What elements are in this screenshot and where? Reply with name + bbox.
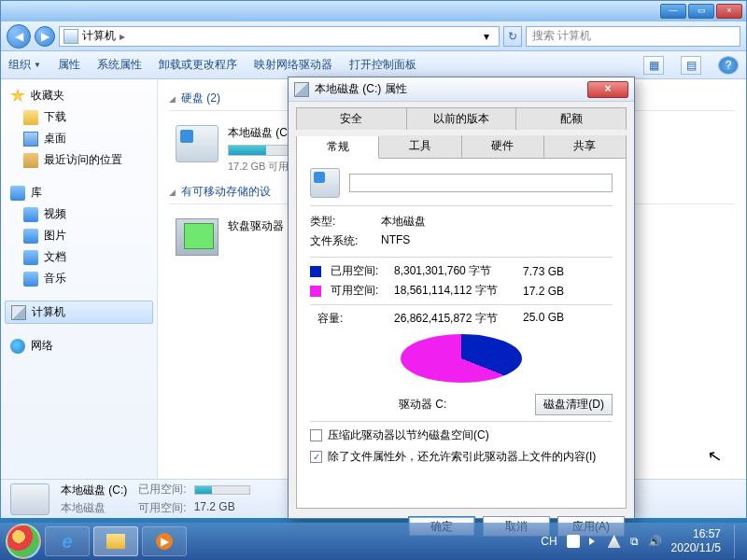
fs-label: 文件系统: — [310, 233, 374, 249]
used-gb: 7.73 GB — [523, 265, 583, 278]
tab-row-bottom: 常规 工具 硬件 共享 — [289, 130, 634, 158]
used-bytes: 8,301,301,760 字节 — [394, 263, 515, 279]
dialog-titlebar[interactable]: 本地磁盘 (C:) 属性 × — [289, 77, 634, 102]
disk-cleanup-button[interactable]: 磁盘清理(D) — [535, 394, 613, 415]
back-button[interactable]: ◀ — [7, 24, 31, 49]
address-segment[interactable]: 计算机 — [82, 28, 116, 44]
tab-previous-versions[interactable]: 以前的版本 — [407, 107, 517, 130]
tab-general[interactable]: 常规 — [296, 136, 379, 159]
hdd-icon — [176, 125, 218, 162]
library-icon — [10, 186, 25, 201]
sidebar-downloads[interactable]: 下载 — [1, 106, 157, 128]
sidebar-pictures[interactable]: 图片 — [1, 225, 157, 246]
tab-hardware[interactable]: 硬件 — [462, 135, 544, 158]
computer-icon — [63, 29, 78, 44]
floppy-icon — [176, 218, 218, 256]
drive-icon — [294, 82, 309, 97]
window-titlebar: — ▭ × — [1, 1, 746, 21]
expand-icon: ◢ — [169, 94, 176, 104]
status-title: 本地磁盘 (C:) — [61, 483, 127, 498]
taskbar-media-player[interactable]: ▶ — [142, 526, 187, 556]
address-dropdown-icon[interactable]: ▾ — [478, 30, 495, 43]
folder-icon — [106, 534, 125, 549]
capacity-gb: 25.0 GB — [523, 311, 583, 327]
system-tray: CH ⧉ 🔊 16:57 2020/11/5 — [541, 525, 741, 558]
free-gb: 17.2 GB — [523, 285, 583, 298]
tray-volume-icon[interactable]: 🔊 — [648, 535, 662, 548]
fs-value: NTFS — [381, 233, 613, 249]
maximize-button[interactable]: ▭ — [688, 4, 714, 19]
status-drive-icon — [10, 483, 49, 515]
view-options-button[interactable]: ▦ — [643, 56, 664, 75]
control-panel-button[interactable]: 打开控制面板 — [349, 57, 416, 73]
capacity-label: 容量: — [317, 311, 387, 327]
removable-header-label: 有可移动存储的设 — [181, 184, 271, 200]
used-label: 已用空间: — [331, 263, 387, 279]
status-usage-bar — [194, 485, 250, 495]
tab-sharing[interactable]: 共享 — [544, 135, 627, 158]
organize-menu[interactable]: 组织 ▼ — [8, 57, 41, 73]
preview-pane-button[interactable]: ▤ — [681, 56, 701, 75]
taskbar-ie[interactable]: e — [45, 526, 90, 556]
network-icon — [10, 339, 25, 354]
tray-show-hidden-icon[interactable] — [589, 538, 599, 545]
free-color-swatch — [310, 286, 321, 297]
start-button[interactable] — [6, 524, 41, 559]
type-label: 类型: — [310, 214, 374, 230]
address-bar[interactable]: 计算机 ▸ ▾ — [59, 26, 500, 47]
videos-icon — [23, 207, 38, 222]
help-button[interactable]: ? — [718, 56, 739, 75]
refresh-button[interactable]: ↻ — [503, 26, 522, 47]
taskbar: e ▶ CH ⧉ 🔊 16:57 2020/11/5 — [0, 523, 747, 560]
sidebar-music[interactable]: 音乐 — [1, 268, 157, 289]
search-input[interactable]: 搜索 计算机 — [526, 26, 740, 47]
dialog-close-button[interactable]: × — [587, 81, 628, 98]
taskbar-explorer[interactable] — [93, 526, 138, 556]
status-drive-type: 本地磁盘 — [61, 500, 127, 516]
tab-row-top: 安全 以前的版本 配额 — [289, 102, 634, 130]
used-color-swatch — [310, 266, 321, 277]
chevron-down-icon: ▼ — [34, 61, 41, 69]
capacity-bytes: 26,862,415,872 字节 — [394, 311, 515, 327]
sidebar-network[interactable]: 网络 — [1, 335, 157, 357]
tab-quota[interactable]: 配额 — [516, 107, 627, 130]
properties-button[interactable]: 属性 — [58, 57, 80, 73]
hdd-header-label: 硬盘 (2) — [181, 91, 220, 106]
tab-tools[interactable]: 工具 — [379, 135, 461, 158]
uninstall-button[interactable]: 卸载或更改程序 — [159, 57, 237, 73]
minimize-button[interactable]: — — [660, 4, 686, 19]
sidebar-desktop[interactable]: 桌面 — [1, 128, 157, 149]
sidebar-favorites[interactable]: 收藏夹 — [1, 85, 157, 106]
tray-network-icon[interactable]: ⧉ — [630, 535, 639, 548]
folder-icon — [23, 110, 38, 125]
drive-name-input[interactable] — [349, 174, 613, 192]
clock-date: 2020/11/5 — [671, 541, 721, 555]
documents-icon — [23, 250, 38, 265]
desktop-icon — [23, 132, 38, 147]
sidebar-documents[interactable]: 文档 — [1, 246, 157, 268]
drive-large-icon — [310, 168, 340, 198]
index-checkbox[interactable]: ✓ — [310, 451, 322, 463]
search-placeholder: 搜索 计算机 — [532, 28, 591, 44]
star-icon — [10, 89, 25, 104]
tab-security[interactable]: 安全 — [296, 107, 407, 130]
tray-ime-icon[interactable] — [567, 535, 580, 548]
system-properties-button[interactable]: 系统属性 — [97, 57, 142, 73]
close-button[interactable]: × — [716, 4, 742, 19]
sidebar-recent[interactable]: 最近访问的位置 — [1, 149, 157, 171]
sidebar-computer[interactable]: 计算机 — [5, 301, 153, 324]
sidebar-libraries[interactable]: 库 — [1, 182, 157, 203]
taskbar-clock[interactable]: 16:57 2020/11/5 — [671, 527, 725, 555]
language-indicator[interactable]: CH — [541, 535, 557, 548]
map-drive-button[interactable]: 映射网络驱动器 — [254, 57, 332, 73]
tray-flag-icon[interactable] — [608, 535, 621, 548]
sidebar-videos[interactable]: 视频 — [1, 203, 157, 225]
type-value: 本地磁盘 — [381, 214, 613, 230]
show-desktop-button[interactable] — [734, 525, 741, 558]
forward-button[interactable]: ▶ — [35, 26, 55, 47]
usage-pie-chart — [401, 334, 522, 392]
computer-icon — [11, 305, 26, 320]
compress-checkbox[interactable] — [310, 429, 322, 441]
breadcrumb-sep-icon[interactable]: ▸ — [120, 30, 125, 43]
ie-icon: e — [62, 531, 72, 553]
